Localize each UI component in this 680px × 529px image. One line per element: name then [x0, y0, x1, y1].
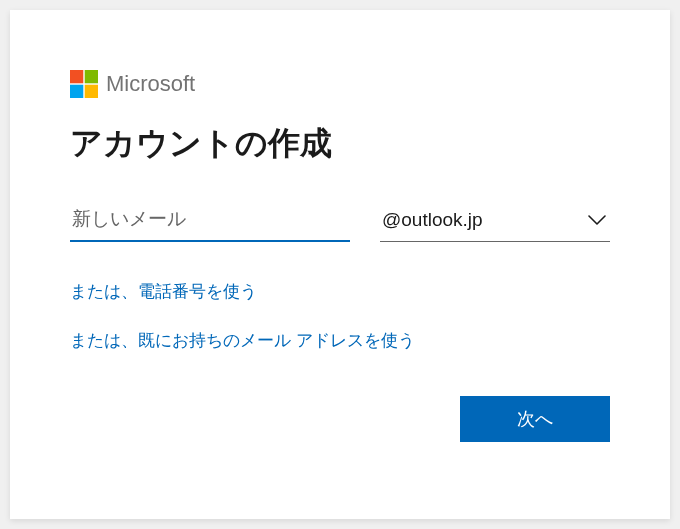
svg-rect-2	[70, 85, 83, 98]
use-phone-link[interactable]: または、電話番号を使う	[70, 280, 610, 303]
domain-select[interactable]: @outlook.jp	[380, 202, 610, 242]
button-row: 次へ	[70, 396, 610, 442]
page-title: アカウントの作成	[70, 122, 610, 166]
signup-card: Microsoft アカウントの作成 @outlook.jp または、電話番号を…	[10, 10, 670, 519]
chevron-down-icon	[588, 214, 606, 226]
domain-selected-label: @outlook.jp	[382, 209, 483, 231]
brand-row: Microsoft	[70, 70, 610, 98]
use-existing-email-link[interactable]: または、既にお持ちのメール アドレスを使う	[70, 329, 610, 352]
email-row: @outlook.jp	[70, 202, 610, 242]
next-button[interactable]: 次へ	[460, 396, 610, 442]
microsoft-logo-icon	[70, 70, 98, 98]
brand-name: Microsoft	[106, 71, 195, 97]
svg-rect-1	[85, 70, 98, 83]
svg-rect-3	[85, 85, 98, 98]
svg-rect-0	[70, 70, 83, 83]
new-email-input[interactable]	[70, 202, 350, 242]
